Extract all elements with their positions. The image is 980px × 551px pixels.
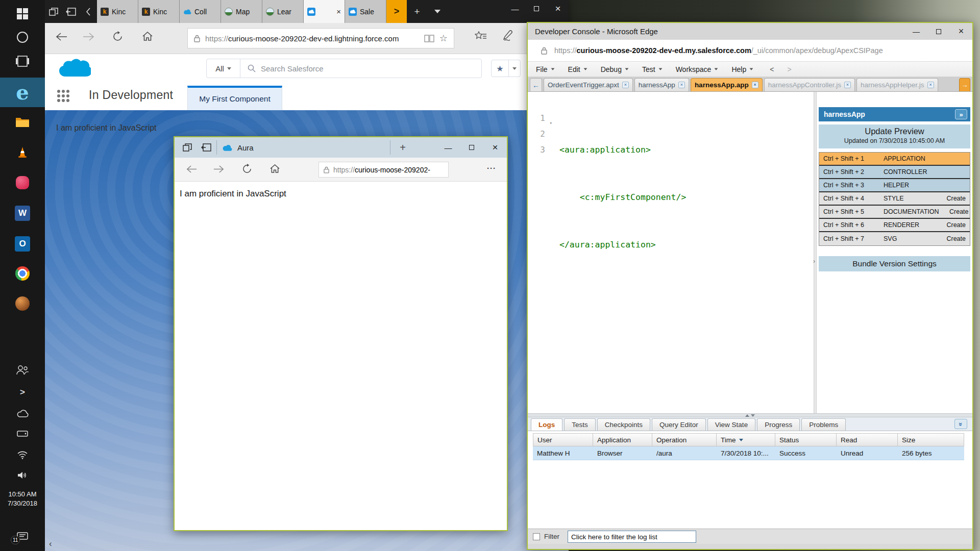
tab-checkpoints[interactable]: Checkpoints	[597, 418, 650, 431]
column-status[interactable]: Status	[775, 433, 837, 446]
browser-tab-salesforce[interactable]: Sale	[345, 0, 386, 23]
column-read[interactable]: Read	[837, 433, 898, 446]
close-tab-icon[interactable]: ×	[622, 82, 629, 88]
minimize-button[interactable]: —	[436, 137, 460, 158]
safely-remove-button[interactable]	[0, 422, 45, 445]
hub-button[interactable]	[475, 31, 487, 41]
reading-view-button[interactable]	[424, 35, 434, 42]
shortcut-row-documentation[interactable]: Ctrl + Shift + 5DOCUMENTATIONCreate	[819, 206, 970, 219]
close-tab-icon[interactable]: ×	[844, 82, 851, 88]
menu-test[interactable]: Test	[642, 65, 663, 73]
browser-tab-kindle-1[interactable]: kKinc	[97, 0, 138, 23]
favorites-star-icon[interactable]: ★	[492, 60, 509, 77]
column-operation[interactable]: Operation	[652, 433, 717, 446]
history-back-button[interactable]: <	[770, 65, 774, 73]
aura-tab-title[interactable]: Aura	[237, 143, 254, 152]
logs-splitter[interactable]	[528, 413, 972, 417]
tab-progress[interactable]: Progress	[757, 418, 800, 431]
outlook-button[interactable]: O	[0, 233, 45, 255]
app-orange-button[interactable]	[0, 292, 45, 315]
history-forward-button[interactable]: >	[787, 65, 791, 73]
code-editor[interactable]: 1▾ 2 3 <aura:application> <c:myFirstComp…	[528, 92, 814, 413]
back-button[interactable]	[186, 165, 197, 173]
set-tabs-aside-button[interactable]	[183, 143, 192, 152]
network-button[interactable]	[0, 443, 45, 466]
tab-query-editor[interactable]: Query Editor	[652, 418, 706, 431]
splitter-handle-icon[interactable]	[743, 414, 757, 417]
taskbar-clock[interactable]: 10:50 AM 7/30/2018	[0, 490, 45, 508]
shortcut-row-svg[interactable]: Ctrl + Shift + 7SVGCreate	[819, 232, 970, 245]
scroll-tabs-left-button[interactable]: ←	[530, 78, 542, 91]
app-red-button[interactable]	[0, 171, 45, 194]
menu-file[interactable]: File	[536, 65, 555, 73]
cortana-button[interactable]	[0, 26, 45, 48]
new-tab-button[interactable]: +	[407, 0, 427, 23]
address-bar[interactable]: https://curious-moose-209202-dev-ed.ligh…	[187, 28, 454, 48]
create-link[interactable]: Create	[939, 208, 969, 215]
app-launcher-button[interactable]	[57, 90, 70, 103]
collapse-panel-button[interactable]: »	[954, 419, 967, 429]
tab-tests[interactable]: Tests	[564, 418, 596, 431]
favorites-button-group[interactable]: ★	[491, 60, 521, 77]
panel-expand-button[interactable]: »	[955, 109, 967, 119]
vlc-button[interactable]	[0, 141, 45, 164]
tab-view-state[interactable]: View State	[707, 418, 755, 431]
task-view-button[interactable]	[0, 50, 45, 72]
refresh-button[interactable]	[112, 31, 123, 42]
close-button[interactable]: ×	[950, 23, 972, 40]
tabs-preview-button[interactable]	[201, 143, 211, 152]
column-size[interactable]: Size	[898, 433, 964, 446]
file-explorer-button[interactable]	[0, 111, 45, 134]
browser-tab-learn[interactable]: Lear	[262, 0, 304, 23]
minimize-button[interactable]: —	[504, 0, 526, 17]
volume-button[interactable]	[0, 464, 45, 486]
file-tab-harnessapp[interactable]: harnessApp×	[634, 78, 689, 91]
shortcut-row-helper[interactable]: Ctrl + Shift + 3HELPER	[819, 179, 970, 192]
taskbar-edge-button[interactable]: e	[0, 78, 45, 107]
back-button[interactable]	[55, 32, 67, 41]
close-tab-icon[interactable]: ×	[927, 82, 934, 88]
forward-button[interactable]	[213, 165, 225, 173]
create-link[interactable]: Create	[936, 221, 966, 229]
tabs-preview-button[interactable]	[62, 0, 80, 23]
close-tab-icon[interactable]: ×	[336, 7, 341, 16]
column-time[interactable]: Time	[717, 433, 775, 446]
maximize-button[interactable]	[526, 0, 547, 17]
minimize-button[interactable]: —	[905, 23, 927, 40]
refresh-button[interactable]	[242, 164, 252, 174]
maximize-button[interactable]	[460, 137, 483, 158]
scroll-tabs-left-button[interactable]	[80, 0, 97, 23]
close-tab-icon[interactable]: ×	[678, 82, 685, 88]
menu-workspace[interactable]: Workspace	[676, 65, 719, 73]
home-button[interactable]	[142, 31, 153, 41]
close-tab-icon[interactable]: ×	[752, 82, 758, 88]
settings-more-button[interactable]: ···	[487, 164, 496, 172]
menu-help[interactable]: Help	[731, 65, 753, 73]
tab-problems[interactable]: Problems	[801, 418, 846, 431]
create-link[interactable]: Create	[936, 195, 966, 202]
address-bar[interactable]: https://curious-moose-209202-	[318, 162, 449, 178]
browser-tab-active[interactable]: ×	[304, 0, 345, 23]
bundle-version-settings-button[interactable]: Bundle Version Settings	[819, 256, 970, 271]
file-tab-harnessappcontroller[interactable]: harnessAppController.js×	[764, 78, 855, 91]
browser-tab-collaboration[interactable]: Coll	[180, 0, 221, 23]
start-button[interactable]	[0, 3, 45, 25]
update-preview-button[interactable]: Update Preview Updated on 7/30/2018 10:4…	[819, 124, 970, 148]
file-tab-harnessapphelper[interactable]: harnessAppHelper.js×	[856, 78, 938, 91]
action-center-button[interactable]: 11	[0, 525, 45, 548]
new-tab-button[interactable]: +	[400, 142, 406, 154]
favorites-dropdown[interactable]	[509, 60, 520, 77]
home-button[interactable]	[270, 164, 280, 173]
global-search-box[interactable]: All Search Salesforce	[206, 59, 482, 78]
web-note-button[interactable]	[502, 30, 513, 41]
shortcut-row-controller[interactable]: Ctrl + Shift + 2CONTROLLER	[819, 166, 970, 179]
column-application[interactable]: Application	[593, 433, 652, 446]
menu-edit[interactable]: Edit	[568, 65, 587, 73]
scroll-left-arrow[interactable]: ‹	[49, 539, 52, 549]
log-table-row[interactable]: Matthew H Browser /aura 7/30/2018 10:...…	[533, 446, 964, 460]
panel-collapse-icon[interactable]: ›	[813, 258, 815, 265]
tab-logs[interactable]: Logs	[531, 418, 562, 431]
file-tab-harnessapp-app[interactable]: harnessApp.app×	[691, 78, 763, 91]
set-tabs-aside-button[interactable]	[45, 0, 62, 23]
shortcut-row-renderer[interactable]: Ctrl + Shift + 6RENDERERCreate	[819, 219, 970, 232]
